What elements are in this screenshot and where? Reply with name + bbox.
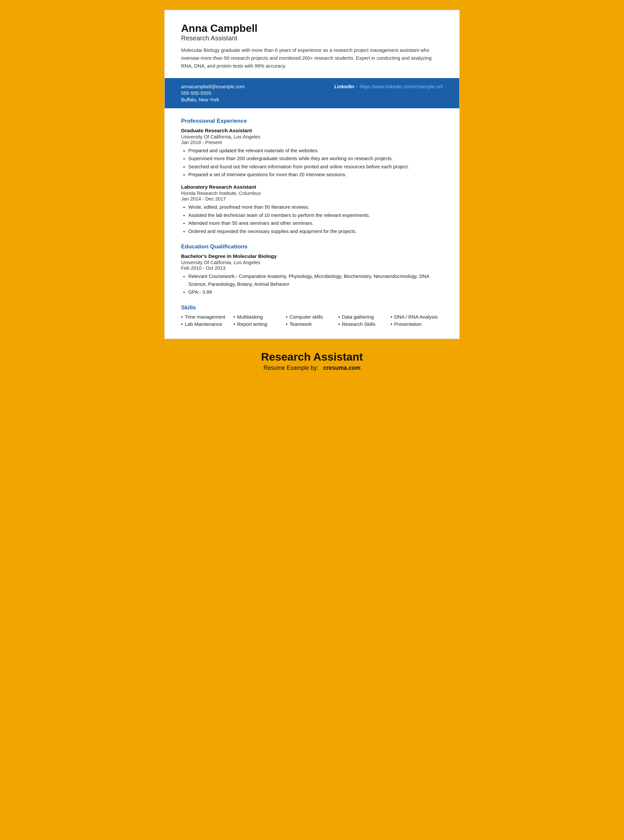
linkedin-link[interactable]: https://www.linkedin.com/in/sample-url/ (360, 84, 443, 89)
skills-section-title: Skills (181, 304, 443, 311)
bullet-1-1: Prepared and updated the relevant materi… (188, 147, 443, 155)
skills-section: Time management Multitasking Computer sk… (181, 314, 443, 327)
contact-phone: 555-555-5555 (181, 91, 245, 96)
bullet-2-3: Attended more than 50 area seminars and … (188, 219, 443, 227)
job-title-1: Graduate Research Assistant (181, 128, 443, 134)
experience-section-title: Professional Experience (181, 117, 443, 124)
footer-sub-text: Resume Example by: (263, 364, 318, 371)
footer-banner: Research Assistant Resume Example by: cr… (164, 339, 460, 383)
linkedin-dash: - (356, 84, 358, 89)
education-section-title: Education Qualifications (181, 243, 443, 250)
skill-9: Research Skills (338, 321, 391, 327)
skill-2: Multitasking (233, 314, 286, 320)
edu-bullet-1-1: Relevant Coursework:- Comparative Anatom… (188, 273, 443, 288)
job-dates-1: Jan 2018 - Present (181, 140, 443, 145)
edu-bullets-1: Relevant Coursework:- Comparative Anatom… (181, 273, 443, 296)
contact-location: Buffalo, New York (181, 97, 245, 102)
edu-degree-1: Bachelor's Degree In Molecular Biology (181, 253, 443, 259)
footer-brand: cresuma.com (323, 364, 360, 371)
candidate-summary: Molecular Biology graduate with more tha… (181, 46, 443, 70)
contact-email: annacampbell@example.com (181, 84, 245, 89)
contact-right: LinkedIn - https://www.linkedin.com/in/s… (334, 84, 443, 89)
skills-grid: Time management Multitasking Computer sk… (181, 314, 443, 327)
bullet-1-3: Searched and found out the relevant info… (188, 163, 443, 171)
job-bullets-2: Wrote, edited, proofread more than 50 li… (181, 204, 443, 235)
skill-1: Time management (181, 314, 233, 320)
contact-left: annacampbell@example.com 555-555-5555 Bu… (181, 84, 245, 102)
edu-dates-1: Feb 2010 - Oct 2013 (181, 266, 443, 271)
edu-bullet-1-2: GPA:- 3.89 (188, 289, 443, 296)
bullet-2-4: Ordered and requested the necessary supp… (188, 228, 443, 236)
linkedin-label: LinkedIn (334, 84, 354, 89)
skill-5: DNA / RNA Analysis (391, 314, 443, 320)
job-title-2: Laboratory Research Assistant (181, 184, 443, 190)
candidate-name: Anna Campbell (181, 22, 443, 34)
bullet-1-2: Supervised more than 200 undergraduate s… (188, 155, 443, 163)
bullet-2-1: Wrote, edited, proofread more than 50 li… (188, 204, 443, 211)
skill-3: Computer skills (286, 314, 338, 320)
edu-org-1: University Of California, Los Angeles (181, 260, 443, 265)
contact-bar: annacampbell@example.com 555-555-5555 Bu… (165, 78, 459, 108)
footer-sub: Resume Example by: cresuma.com (171, 364, 453, 371)
resume-top: Anna Campbell Research Assistant Molecul… (165, 10, 459, 78)
skill-10: Presentation (391, 321, 443, 327)
resume-body: Professional Experience Graduate Researc… (165, 108, 459, 339)
page-wrapper: Anna Campbell Research Assistant Molecul… (164, 10, 460, 383)
skill-6: Lab Maintenance (181, 321, 233, 327)
skill-7: Report writing (233, 321, 286, 327)
bullet-2-2: Assisted the lab technician team of 10 m… (188, 212, 443, 219)
job-org-2: Honda Research Institute, Columbus (181, 191, 443, 196)
job-dates-2: Jan 2014 - Dec 2017 (181, 196, 443, 201)
skill-4: Data gathering (338, 314, 391, 320)
resume-card: Anna Campbell Research Assistant Molecul… (164, 10, 460, 339)
footer-title: Research Assistant (171, 351, 453, 363)
job-org-1: University Of California, Los Angeles (181, 134, 443, 139)
bullet-1-4: Prepared a set of interview questions fo… (188, 171, 443, 179)
candidate-title: Research Assistant (181, 34, 443, 42)
skill-8: Teamwork (286, 321, 338, 327)
job-bullets-1: Prepared and updated the relevant materi… (181, 147, 443, 179)
